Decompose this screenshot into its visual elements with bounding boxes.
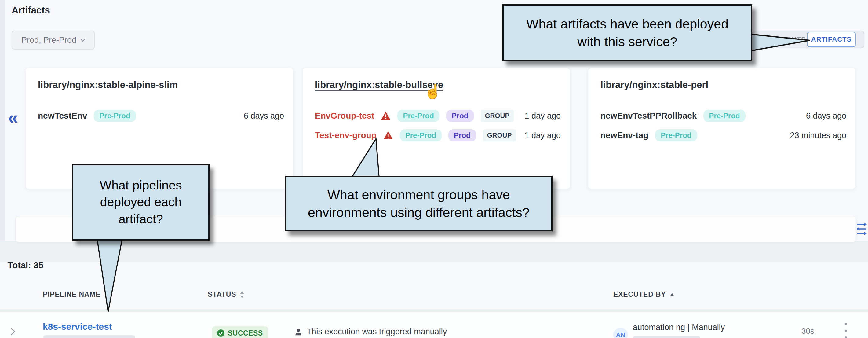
preprod-badge: Pre-Prod [94, 110, 135, 122]
callout-pipelines-question: What pipelines deployed each artifact? [72, 164, 210, 241]
deploy-time: 1 day ago [524, 131, 561, 140]
prod-badge: Prod [446, 110, 474, 122]
environment-name-link[interactable]: newTestEnv [38, 111, 87, 121]
preprod-badge: Pre-Prod [400, 129, 442, 141]
callout-tail-artifacts [750, 29, 814, 57]
deploy-time: 6 days ago [806, 111, 846, 121]
row-menu-kebab-icon[interactable] [844, 323, 847, 338]
executor-text: automation ng | Manually [633, 323, 725, 332]
execution-duration: 30s [801, 327, 814, 336]
trigger-text: This execution was triggered manually [307, 327, 447, 336]
status-label: SUCCESS [228, 329, 263, 337]
deploy-time: 23 minutes ago [790, 131, 846, 140]
environment-name-link[interactable]: newEnv-tag [600, 131, 648, 140]
env-row: newEnv-tag Pre-Prod 23 minutes ago [600, 129, 846, 142]
env-row: newEnvTestPPRollback Pre-Prod 6 days ago [600, 109, 846, 123]
truncated-text-line [43, 335, 135, 338]
env-row: newTestEnv Pre-Prod 6 days ago [38, 109, 284, 123]
group-tag: GROUP [483, 129, 516, 141]
column-header-status[interactable]: STATUS [208, 290, 244, 299]
tab-artifacts[interactable]: ARTIFACTS [807, 32, 856, 47]
success-check-icon [217, 329, 225, 337]
hand-cursor-icon: ☝ [424, 83, 441, 100]
artifact-card-perl: library/nginx:stable-perl newEnvTestPPRo… [588, 68, 856, 189]
artifact-title: library/nginx:stable-perl [600, 80, 708, 90]
artifact-title: library/nginx:stable-alpine-slim [38, 80, 178, 90]
warning-icon [381, 111, 391, 120]
prod-badge: Prod [448, 129, 476, 141]
filter-settings-icon[interactable] [855, 222, 868, 236]
callout-artifacts-question: What artifacts have been deployed with t… [502, 4, 752, 61]
environment-name-link[interactable]: newEnvTestPPRollback [600, 111, 697, 121]
page-title: Artifacts [11, 5, 50, 16]
preprod-badge: Pre-Prod [655, 129, 697, 141]
deploy-time: 1 day ago [524, 111, 561, 121]
column-header-label: STATUS [208, 290, 236, 299]
preprod-badge: Pre-Prod [397, 110, 439, 122]
callout-tail-pipelines [91, 238, 131, 313]
deploy-time: 6 days ago [244, 111, 284, 121]
warning-icon [383, 131, 393, 140]
row-expander-chevron[interactable] [9, 327, 17, 337]
trigger-info: This execution was triggered manually [294, 327, 447, 336]
truncated-text-line [633, 336, 700, 338]
group-tag: GROUP [481, 110, 514, 122]
env-row: EnvGroup-test Pre-Prod Prod GROUP 1 day … [315, 109, 561, 123]
collapse-panel-button[interactable]: « [8, 109, 18, 127]
user-icon [294, 327, 303, 336]
callout-tail-envgroups [350, 138, 383, 178]
sort-icon [240, 291, 244, 298]
pipeline-name-link[interactable]: k8s-service-test [43, 321, 112, 332]
callout-env-groups-question: What environment groups have environment… [285, 176, 553, 231]
env-group-name-link[interactable]: EnvGroup-test [315, 111, 374, 121]
chevron-down-icon [80, 37, 86, 44]
status-badge: SUCCESS [212, 327, 268, 338]
column-header-label: EXECUTED BY [613, 290, 666, 299]
total-count: Total: 35 [8, 260, 43, 271]
preprod-badge: Pre-Prod [703, 110, 745, 122]
environment-type-filter-value: Prod, Pre-Prod [21, 35, 76, 45]
environment-type-filter-dropdown[interactable]: Prod, Pre-Prod [11, 31, 95, 50]
sort-ascending-icon [670, 291, 674, 298]
column-header-executed-by[interactable]: EXECUTED BY [613, 290, 674, 299]
